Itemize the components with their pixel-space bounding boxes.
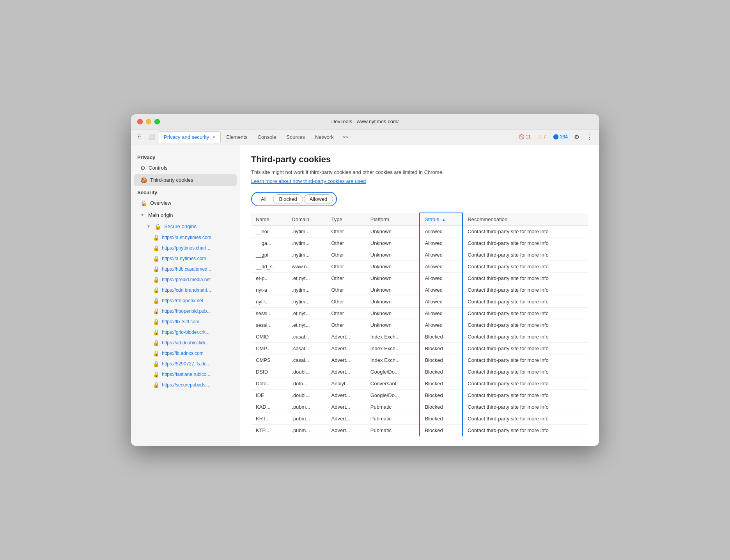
sidebar-origin-14[interactable]: 🔒 https://securepubads.... <box>134 380 237 390</box>
sidebar-origin-5[interactable]: 🔒 https://cdn.brandmetri... <box>134 285 237 295</box>
table-row[interactable]: __gpi .nytim... Other Unknown Allowed Co… <box>251 249 588 261</box>
sidebar-item-main-origin[interactable]: ▼ Main origin <box>134 209 237 221</box>
table-row[interactable]: Doto... .doto... Analyt... Conversant Bl… <box>251 378 588 390</box>
table-row[interactable]: CMID .casal... Advert... Index Exch... B… <box>251 331 588 343</box>
table-row[interactable]: __eoi .nytim... Other Unknown Allowed Co… <box>251 226 588 237</box>
cell-domain: .pubm... <box>287 413 326 425</box>
filter-row: All Blocked Allowed <box>251 192 337 206</box>
close-button[interactable] <box>137 119 143 124</box>
table-row[interactable]: nyt-t... .nytim... Other Unknown Allowed… <box>251 296 588 308</box>
col-header-status[interactable]: Status ▲ <box>420 213 462 226</box>
filter-all-button[interactable]: All <box>255 194 272 204</box>
sidebar-item-secure-origins[interactable]: ▼ 🔒 Secure origins <box>134 221 237 232</box>
lock-icon: 🔒 <box>153 245 159 251</box>
cell-platform: Unknown <box>366 237 420 249</box>
sidebar-origin-4[interactable]: 🔒 https://prebid.media.net <box>134 275 237 285</box>
lock-icon: 🔒 <box>153 308 159 314</box>
device-icon[interactable]: ⬜ <box>145 131 158 142</box>
filter-blocked-button[interactable]: Blocked <box>273 194 303 204</box>
cell-recommendation: Contact third-party site for more info <box>462 390 588 401</box>
cell-domain: .nytim... <box>287 296 326 308</box>
secure-origins-label: Secure origins <box>164 223 197 229</box>
table-row[interactable]: sessi... .et.nyt... Other Unknown Allowe… <box>251 319 588 331</box>
table-row[interactable]: KRT... .pubm... Advert... Pubmatic Block… <box>251 413 588 425</box>
minimize-button[interactable] <box>146 119 151 124</box>
table-row[interactable]: KAD... .pubm... Advert... Pubmatic Block… <box>251 401 588 413</box>
security-section-label: Security <box>131 186 240 197</box>
warning-badge[interactable]: ⚠ 7 <box>535 133 548 140</box>
sidebar-origin-8[interactable]: 🔒 https://tlx.3lift.com <box>134 317 237 327</box>
cell-type: Advert... <box>327 401 366 413</box>
more-tabs-button[interactable]: >> <box>339 132 351 142</box>
col-header-name[interactable]: Name <box>251 213 287 226</box>
cell-type: Other <box>327 308 366 319</box>
sidebar-origin-1[interactable]: 🔒 https://pnytimes.chart... <box>134 243 237 253</box>
filter-allowed-button[interactable]: Allowed <box>304 194 333 204</box>
cell-type: Advert... <box>327 343 366 354</box>
table-row[interactable]: CMPS .casal... Advert... Index Exch... B… <box>251 354 588 366</box>
table-row[interactable]: DSID .doubl... Advert... Google/Do... Bl… <box>251 366 588 378</box>
col-header-domain[interactable]: Domain <box>287 213 326 226</box>
more-options-icon[interactable]: ⋮ <box>583 131 596 143</box>
sidebar-item-controls[interactable]: ⚙ Controls <box>134 162 237 174</box>
tab-privacy-security[interactable]: Privacy and security ✕ <box>159 131 221 143</box>
sidebar-item-third-party-cookies[interactable]: 🍪 Third-party cookies <box>134 174 237 186</box>
content-area: Third-party cookies This site might not … <box>240 145 599 446</box>
tab-sources[interactable]: Sources <box>282 132 310 142</box>
cell-type: Other <box>327 296 366 308</box>
cell-platform: Unknown <box>366 284 420 296</box>
learn-more-link[interactable]: Learn more about how third-party cookies… <box>251 178 366 184</box>
lock-icon: 🔒 <box>153 234 159 241</box>
cell-type: Advert... <box>327 390 366 401</box>
sidebar-origin-9[interactable]: 🔒 https://grid-bidder.crit... <box>134 327 237 337</box>
warning-icon: ⚠ <box>538 134 542 140</box>
cell-name: sessi... <box>251 319 287 331</box>
table-row[interactable]: __dd_s www.n... Other Unknown Allowed Co… <box>251 261 588 273</box>
cell-status: Blocked <box>420 354 462 366</box>
sidebar-origin-12[interactable]: 🔒 https://5290727.fls.do... <box>134 359 237 369</box>
tab-elements[interactable]: Elements <box>221 132 252 142</box>
cookies-table: Name Domain Type Platform Status ▲ Recom… <box>251 213 588 436</box>
maximize-button[interactable] <box>154 119 160 124</box>
sidebar-origin-3[interactable]: 🔒 https://htlb.casalemed... <box>134 264 237 274</box>
col-header-platform[interactable]: Platform <box>366 213 420 226</box>
cell-domain: .et.nyt... <box>287 319 326 331</box>
error-badge[interactable]: 🚫 11 <box>516 133 533 140</box>
cell-status: Blocked <box>420 413 462 425</box>
table-row[interactable]: sessi... .et.nyt... Other Unknown Allowe… <box>251 308 588 319</box>
sidebar-origin-2[interactable]: 🔒 https://a.nytimes.com <box>134 253 237 264</box>
lock-icon: 🔒 <box>153 350 159 356</box>
cell-name: KAD... <box>251 401 287 413</box>
settings-icon[interactable]: ⚙ <box>571 131 583 143</box>
cell-name: IDE <box>251 390 287 401</box>
cell-platform: Unknown <box>366 226 420 237</box>
sidebar-origin-6[interactable]: 🔒 https://rtb.openx.net <box>134 296 237 306</box>
table-row[interactable]: et-p... .et.nyt... Other Unknown Allowed… <box>251 273 588 284</box>
table-row[interactable]: __ga... .nytim... Other Unknown Allowed … <box>251 237 588 249</box>
info-badge[interactable]: 🔵 394 <box>551 133 570 140</box>
sidebar-origin-0[interactable]: 🔒 https://a.et.nytimes.com <box>134 232 237 243</box>
table-row[interactable]: CMP... .casal... Advert... Index Exch...… <box>251 343 588 354</box>
sidebar-origin-7[interactable]: 🔒 https://hbopenbid.pub... <box>134 306 237 316</box>
tab-console[interactable]: Console <box>253 132 281 142</box>
lock-icon: 🔒 <box>153 371 159 377</box>
expand-arrow-icon: ▼ <box>140 213 144 217</box>
tab-network[interactable]: Network <box>310 132 338 142</box>
col-header-recommendation[interactable]: Recommendation <box>462 213 588 226</box>
lock-icon: 🔒 <box>153 287 159 293</box>
tab-close-icon[interactable]: ✕ <box>212 135 216 140</box>
sidebar-item-overview[interactable]: 🔒 Overview <box>134 197 237 209</box>
sidebar-origin-11[interactable]: 🔒 https://ib.adnxs.com <box>134 348 237 358</box>
sidebar-origin-13[interactable]: 🔒 https://fastlane.rubico... <box>134 369 237 379</box>
sidebar-origin-10[interactable]: 🔒 https://ad.doubleclick.... <box>134 338 237 348</box>
cell-name: KTP... <box>251 425 287 436</box>
table-row[interactable]: KTP... .pubm... Advert... Pubmatic Block… <box>251 425 588 436</box>
table-row[interactable]: IDE .doubl... Advert... Google/Do... Blo… <box>251 390 588 401</box>
inspect-icon[interactable]: ⠿ <box>134 131 144 142</box>
cookie-icon: 🍪 <box>140 177 147 183</box>
cell-recommendation: Contact third-party site for more info <box>462 249 588 261</box>
table-row[interactable]: nyt-a .nytim... Other Unknown Allowed Co… <box>251 284 588 296</box>
col-header-type[interactable]: Type <box>327 213 366 226</box>
cell-name: __dd_s <box>251 261 287 273</box>
cell-recommendation: Contact third-party site for more info <box>462 401 588 413</box>
